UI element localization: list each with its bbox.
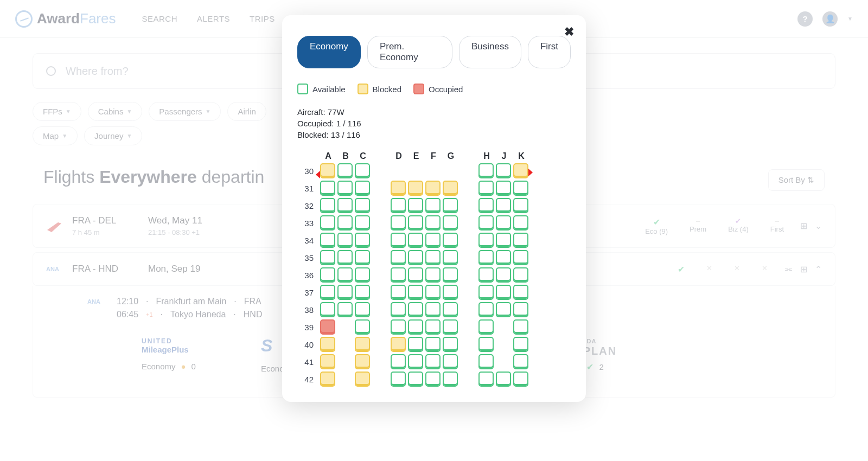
seat-38F[interactable]	[425, 302, 441, 317]
seat-42G[interactable]	[443, 372, 458, 387]
seat-30C[interactable]	[355, 163, 370, 178]
seat-39G[interactable]	[443, 319, 458, 335]
seat-31G[interactable]	[443, 181, 458, 196]
seat-34J[interactable]	[496, 233, 511, 248]
seat-35D[interactable]	[391, 250, 406, 265]
seat-35J[interactable]	[496, 250, 511, 265]
seat-33E[interactable]	[408, 215, 423, 230]
seat-32C[interactable]	[355, 198, 370, 213]
seat-33J[interactable]	[496, 215, 511, 230]
seat-34D[interactable]	[391, 233, 406, 248]
seat-40E[interactable]	[408, 337, 423, 352]
seat-37C[interactable]	[355, 285, 370, 300]
seat-39D[interactable]	[391, 319, 406, 335]
seat-38D[interactable]	[391, 302, 406, 317]
seat-35F[interactable]	[425, 250, 441, 265]
seat-36H[interactable]	[478, 267, 494, 283]
seat-37K[interactable]	[513, 285, 528, 300]
seat-38C[interactable]	[355, 302, 370, 317]
seat-38J[interactable]	[496, 302, 511, 317]
seat-36F[interactable]	[425, 267, 441, 283]
seat-34K[interactable]	[513, 233, 528, 248]
seat-36B[interactable]	[337, 267, 353, 283]
seat-38E[interactable]	[408, 302, 423, 317]
seat-37H[interactable]	[478, 285, 494, 300]
seat-33H[interactable]	[478, 215, 494, 230]
seat-31H[interactable]	[478, 181, 494, 196]
seat-30A[interactable]	[320, 163, 335, 178]
seat-42D[interactable]	[391, 372, 406, 387]
seat-37J[interactable]	[496, 285, 511, 300]
seat-37D[interactable]	[391, 285, 406, 300]
seat-39F[interactable]	[425, 319, 441, 335]
seat-34H[interactable]	[478, 233, 494, 248]
seat-33B[interactable]	[337, 215, 353, 230]
seat-42K[interactable]	[513, 372, 528, 387]
seat-36A[interactable]	[320, 267, 335, 283]
seat-40A[interactable]	[320, 337, 335, 352]
seat-41C[interactable]	[355, 354, 370, 369]
seat-32E[interactable]	[408, 198, 423, 213]
seat-42C[interactable]	[355, 372, 370, 387]
seat-35K[interactable]	[513, 250, 528, 265]
seat-36D[interactable]	[391, 267, 406, 283]
seat-32K[interactable]	[513, 198, 528, 213]
seat-31F[interactable]	[425, 181, 441, 196]
seat-32H[interactable]	[478, 198, 494, 213]
seat-39E[interactable]	[408, 319, 423, 335]
seat-37A[interactable]	[320, 285, 335, 300]
seat-30K[interactable]	[513, 163, 528, 178]
seat-38A[interactable]	[320, 302, 335, 317]
seat-39H[interactable]	[478, 319, 494, 335]
tab-prem-economy[interactable]: Prem. Economy	[367, 36, 452, 68]
seat-39A[interactable]	[320, 319, 335, 335]
seat-31C[interactable]	[355, 181, 370, 196]
seat-35G[interactable]	[443, 250, 458, 265]
modal-backdrop[interactable]: ✖ Economy Prem. Economy Business First A…	[0, 0, 868, 461]
seat-31D[interactable]	[391, 181, 406, 196]
seat-35E[interactable]	[408, 250, 423, 265]
seat-36J[interactable]	[496, 267, 511, 283]
seat-30B[interactable]	[337, 163, 353, 178]
seat-35C[interactable]	[355, 250, 370, 265]
seat-34E[interactable]	[408, 233, 423, 248]
seat-42E[interactable]	[408, 372, 423, 387]
seat-41A[interactable]	[320, 354, 335, 369]
seat-33G[interactable]	[443, 215, 458, 230]
seat-34F[interactable]	[425, 233, 441, 248]
seat-30H[interactable]	[478, 163, 494, 178]
seat-36E[interactable]	[408, 267, 423, 283]
seat-40K[interactable]	[513, 337, 528, 352]
seat-37G[interactable]	[443, 285, 458, 300]
seat-42A[interactable]	[320, 372, 335, 387]
seat-41F[interactable]	[425, 354, 441, 369]
seat-42F[interactable]	[425, 372, 441, 387]
seat-41D[interactable]	[391, 354, 406, 369]
seat-33F[interactable]	[425, 215, 441, 230]
seat-40D[interactable]	[391, 337, 406, 352]
seat-31A[interactable]	[320, 181, 335, 196]
seat-41K[interactable]	[513, 354, 528, 369]
seat-34G[interactable]	[443, 233, 458, 248]
seat-31B[interactable]	[337, 181, 353, 196]
seat-42H[interactable]	[478, 372, 494, 387]
seat-31K[interactable]	[513, 181, 528, 196]
seat-39K[interactable]	[513, 319, 528, 335]
close-button[interactable]: ✖	[564, 25, 574, 39]
seat-36C[interactable]	[355, 267, 370, 283]
seat-32D[interactable]	[391, 198, 406, 213]
seat-35B[interactable]	[337, 250, 353, 265]
seat-38G[interactable]	[443, 302, 458, 317]
seat-34C[interactable]	[355, 233, 370, 248]
seat-32J[interactable]	[496, 198, 511, 213]
seat-31J[interactable]	[496, 181, 511, 196]
seat-33D[interactable]	[391, 215, 406, 230]
seat-41H[interactable]	[478, 354, 494, 369]
seat-30J[interactable]	[496, 163, 511, 178]
tab-economy[interactable]: Economy	[297, 36, 361, 68]
seat-40C[interactable]	[355, 337, 370, 352]
seat-31E[interactable]	[408, 181, 423, 196]
seat-33A[interactable]	[320, 215, 335, 230]
seat-33K[interactable]	[513, 215, 528, 230]
seat-39C[interactable]	[355, 319, 370, 335]
